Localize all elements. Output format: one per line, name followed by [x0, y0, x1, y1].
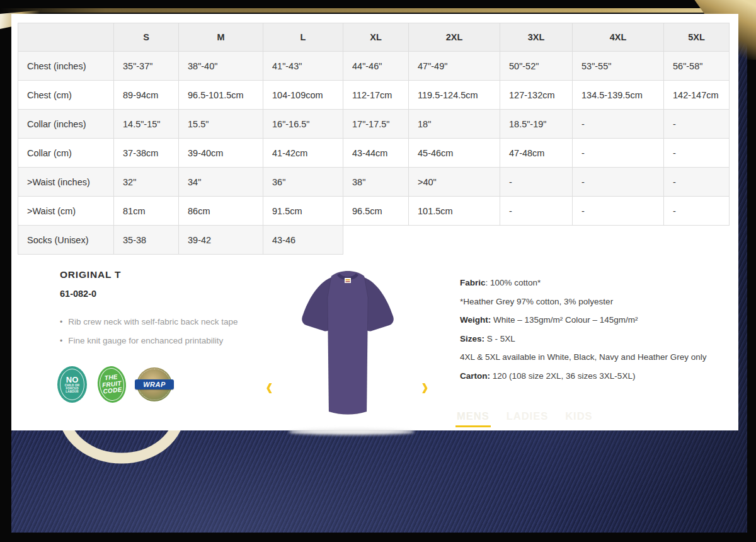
size-chart-cell: 96.5cm — [343, 197, 409, 226]
size-chart-cell: 43-46 — [263, 226, 343, 255]
size-chart-cell: 142-147cm — [664, 81, 730, 110]
size-column-header: 2XL — [409, 23, 500, 52]
carousel-prev-icon[interactable]: ‹ — [266, 374, 273, 398]
size-chart-cell: 56"-58" — [664, 52, 730, 81]
size-column-header: 5XL — [664, 23, 730, 52]
size-chart-cell: 50"-52" — [500, 52, 573, 81]
size-chart-cell — [500, 226, 573, 255]
size-chart-cell: 34" — [179, 168, 263, 197]
product-card: SMLXL2XL3XL4XL5XL Chest (inches)35"-37"3… — [11, 14, 738, 430]
size-chart-cell: 96.5-101.5cm — [179, 81, 263, 110]
size-chart-cell: >40" — [409, 168, 500, 197]
size-chart-cell: 39-40cm — [179, 139, 263, 168]
size-chart-cell: - — [664, 168, 730, 197]
size-chart-cell — [409, 226, 500, 255]
size-chart-cell: - — [664, 139, 730, 168]
category-tab-mens[interactable]: MENS — [457, 410, 490, 427]
size-chart-row: >Waist (cm)81cm86cm91.5cm96.5cm101.5cm--… — [18, 197, 730, 226]
size-chart-row: Collar (cm)37-38cm39-40cm41-42cm43-44cm4… — [18, 139, 730, 168]
row-label: Chest (inches) — [18, 52, 114, 81]
size-chart-cell: 104-109com — [263, 81, 343, 110]
no-child-labour-badge-icon: NO CHILD OR FORCED LABOUR — [57, 366, 87, 403]
size-chart-cell: 119.5-124.5cm — [409, 81, 500, 110]
size-column-header: 3XL — [500, 23, 573, 52]
category-tab-kids[interactable]: KIDS — [565, 410, 592, 427]
size-chart-cell: - — [573, 197, 664, 226]
size-chart-cell: - — [664, 110, 730, 139]
carousel-next-icon[interactable]: › — [421, 374, 428, 398]
badge-text: CODE — [98, 386, 127, 396]
size-chart-cell: 18.5"-19" — [500, 110, 573, 139]
product-feature-list: Rib crew neck with self-fabric back neck… — [60, 313, 268, 350]
size-chart-cell: - — [500, 168, 573, 197]
row-label: Collar (inches) — [18, 110, 114, 139]
product-feature: Fine knit gauge for enchanced printabili… — [60, 332, 268, 350]
printed-logo-arc — [49, 430, 194, 475]
row-label: >Waist (cm) — [18, 197, 114, 226]
size-chart-cell: 91.5cm — [263, 197, 343, 226]
size-chart-cell — [664, 226, 730, 255]
size-chart-row: Collar (inches)14.5"-15"15.5"16"-16.5"17… — [18, 110, 730, 139]
size-chart-row: Socks (Unisex)35-3839-4243-46 — [18, 226, 730, 255]
size-chart-cell: - — [573, 168, 664, 197]
size-chart-cell: 112-17cm — [343, 81, 409, 110]
category-tabs: MENSLADIESKIDS — [457, 410, 593, 427]
size-chart-row: Chest (inches)35"-37"38"-40"41"-43"44"-4… — [18, 52, 730, 81]
size-chart-cell: - — [573, 139, 664, 168]
size-chart-cell: 32" — [114, 168, 179, 197]
badge-text: FRUIT — [98, 379, 127, 389]
row-label: Chest (cm) — [18, 81, 114, 110]
corner-cell — [18, 23, 114, 52]
size-chart-cell: 101.5cm — [409, 197, 500, 226]
size-chart-table: SMLXL2XL3XL4XL5XL Chest (inches)35"-37"3… — [18, 23, 730, 255]
certification-badges: NO CHILD OR FORCED LABOUR THE FRUIT CODE… — [57, 366, 172, 403]
size-chart-cell: 14.5"-15" — [114, 110, 179, 139]
row-label: Collar (cm) — [18, 139, 114, 168]
size-chart-cell: 41"-43" — [263, 52, 343, 81]
frame-gold-edge — [0, 8, 756, 13]
size-chart-cell: 44"-46" — [343, 52, 409, 81]
product-spec-list: Fabric: 100% cotton**Heather Grey 97% co… — [460, 274, 712, 385]
wrap-badge-icon: WRAP — [137, 367, 172, 401]
size-chart-cell: 37-38cm — [114, 139, 179, 168]
size-chart-cell: 15.5" — [179, 110, 263, 139]
product-spec-line: Sizes: S - 5XL — [460, 330, 712, 349]
fruit-code-badge-icon: THE FRUIT CODE — [96, 365, 128, 404]
row-label: >Waist (inches) — [18, 168, 114, 197]
row-label: Socks (Unisex) — [18, 226, 114, 255]
badge-text: FORCED — [57, 387, 87, 390]
size-chart-cell — [343, 226, 409, 255]
badge-text: LABOUR — [57, 390, 87, 393]
size-chart-cell: 39-42 — [179, 226, 263, 255]
size-chart-cell: 89-94cm — [114, 81, 179, 110]
size-chart-cell: 36" — [263, 168, 343, 197]
size-column-header: XL — [343, 23, 409, 52]
tshirt-shadow — [289, 429, 415, 435]
size-chart-row: >Waist (inches)32"34"36"38">40"--- — [18, 168, 730, 197]
product-spec-line: Carton: 120 (108 size 2XL, 36 sizes 3XL-… — [460, 367, 712, 386]
size-chart-cell: 35"-37" — [114, 52, 179, 81]
product-feature: Rib crew neck with self-fabric back neck… — [60, 313, 268, 332]
badge-text: CHILD OR — [57, 384, 87, 387]
product-title: ORIGINAL T — [60, 269, 268, 280]
size-chart-cell: - — [500, 197, 573, 226]
size-chart-cell: 43-44cm — [343, 139, 409, 168]
badge-text: WRAP — [135, 379, 174, 389]
size-chart-cell: - — [664, 197, 730, 226]
size-chart-cell: 16"-16.5" — [263, 110, 343, 139]
size-chart-cell — [573, 226, 664, 255]
product-spec-line: Weight: White – 135gm/m² Colour – 145gm/… — [460, 311, 712, 330]
size-chart-cell: 45-46cm — [409, 139, 500, 168]
category-tab-ladies[interactable]: LADIES — [507, 410, 549, 427]
size-chart-cell: 53"-55" — [573, 52, 664, 81]
product-image-tshirt — [296, 268, 399, 426]
badge-text: NO — [57, 376, 87, 384]
product-code: 61-082-0 — [60, 289, 268, 299]
size-chart-cell: 47"-49" — [409, 52, 500, 81]
size-chart-cell: 41-42cm — [263, 139, 343, 168]
size-column-header: 4XL — [573, 23, 664, 52]
size-chart-cell: 134.5-139.5cm — [573, 81, 664, 110]
size-chart-cell: 18" — [409, 110, 500, 139]
product-spec-line: *Heather Grey 97% cotton, 3% polyester — [460, 292, 712, 311]
size-chart-cell: 38" — [343, 168, 409, 197]
